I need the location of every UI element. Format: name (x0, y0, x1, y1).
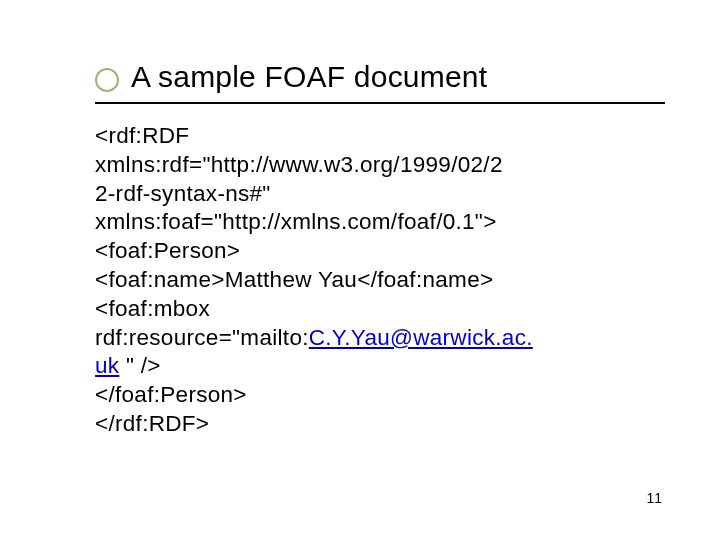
page-number: 11 (646, 490, 662, 506)
code-line: 2-rdf-syntax-ns#" (95, 180, 670, 209)
code-line: </foaf:Person> (95, 381, 670, 410)
slide-title: A sample FOAF document (131, 60, 487, 94)
title-row: A sample FOAF document (95, 60, 670, 94)
code-text: " /> (119, 353, 160, 378)
code-line: <foaf:mbox (95, 295, 670, 324)
code-text: rdf:resource="mailto: (95, 325, 309, 350)
code-line: xmlns:foaf="http://xmlns.com/foaf/0.1"> (95, 208, 670, 237)
code-line: xmlns:rdf="http://www.w3.org/1999/02/2 (95, 151, 670, 180)
slide: A sample FOAF document <rdf:RDF xmlns:rd… (0, 0, 720, 540)
bullet-icon (95, 68, 119, 92)
code-line: <foaf:name>Matthew Yau</foaf:name> (95, 266, 670, 295)
email-link[interactable]: C.Y.Yau@warwick.ac. (309, 325, 533, 350)
code-block: <rdf:RDF xmlns:rdf="http://www.w3.org/19… (95, 122, 670, 439)
title-underline (95, 102, 665, 104)
code-line: rdf:resource="mailto:C.Y.Yau@warwick.ac. (95, 324, 670, 353)
code-line: <rdf:RDF (95, 122, 670, 151)
code-line: </rdf:RDF> (95, 410, 670, 439)
code-line: uk " /> (95, 352, 670, 381)
email-link[interactable]: uk (95, 353, 119, 378)
code-line: <foaf:Person> (95, 237, 670, 266)
